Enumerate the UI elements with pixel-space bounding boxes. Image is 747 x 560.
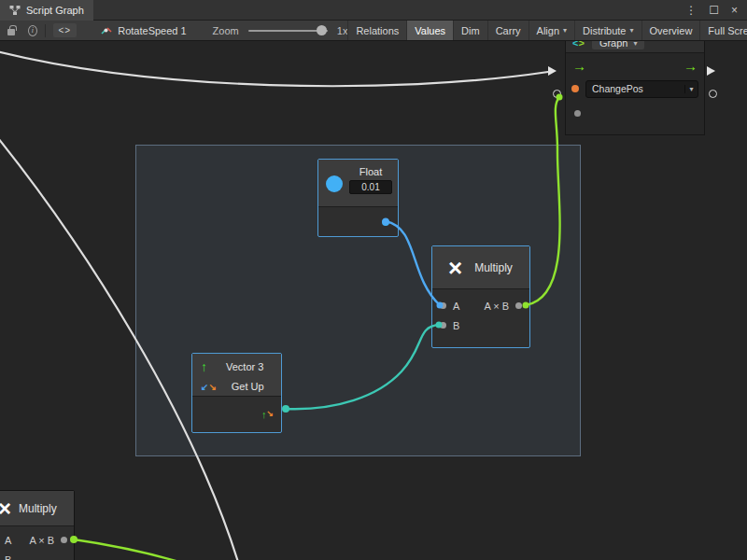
- vector3-up-icon: ↑: [201, 359, 207, 374]
- value-input-circle[interactable]: [553, 90, 561, 98]
- flow-input-triangle[interactable]: [548, 66, 557, 76]
- node-multiply[interactable]: × Multiply A A × B B: [431, 245, 530, 348]
- lock-icon[interactable]: [7, 29, 15, 35]
- graph-toolbar: i <> RotateSpeed 1 Zoom 1x Relations Val…: [0, 21, 747, 41]
- window-menu-icon[interactable]: ⋮: [685, 4, 697, 17]
- graph-asset-icon: [101, 25, 112, 36]
- node-title: Multiply: [19, 502, 57, 515]
- value-output-circle[interactable]: [709, 90, 717, 98]
- graph-breadcrumb[interactable]: RotateSpeed 1: [101, 25, 186, 36]
- input-port-a[interactable]: [440, 302, 446, 309]
- chevron-down-icon: ▾: [563, 26, 567, 35]
- node-title: Vector 3: [226, 361, 263, 372]
- graph-name: RotateSpeed 1: [118, 25, 186, 36]
- relations-button[interactable]: Relations: [347, 21, 406, 40]
- align-dropdown[interactable]: Align ▾: [529, 21, 574, 40]
- vector3-output-port[interactable]: ↑↘: [261, 409, 274, 420]
- node-title: Multiply: [474, 261, 513, 274]
- chevron-down-icon: ▾: [630, 26, 634, 35]
- value-port[interactable]: [574, 110, 581, 117]
- port-label-out: A × B: [484, 301, 509, 312]
- flow-out-icon[interactable]: →: [684, 59, 698, 73]
- dim-button[interactable]: Dim: [453, 21, 487, 40]
- port-label-out: A × B: [29, 535, 54, 546]
- edit-code-button[interactable]: <>: [53, 23, 78, 37]
- flow-output-triangle[interactable]: [707, 66, 715, 76]
- close-icon[interactable]: ×: [731, 4, 738, 17]
- port-label-a: A: [5, 535, 11, 546]
- get-variable-icon: ↙↘: [201, 381, 217, 392]
- maximize-icon[interactable]: ☐: [709, 4, 719, 17]
- node-title: Float: [359, 166, 382, 177]
- variable-port[interactable]: [571, 85, 579, 92]
- float-value-input[interactable]: 0.01: [349, 180, 392, 194]
- float-output-port[interactable]: [382, 218, 389, 226]
- info-icon[interactable]: i: [28, 25, 37, 36]
- tab-title: Script Graph: [26, 5, 84, 16]
- changepos-variable-dropdown[interactable]: ChangePos ▾: [585, 80, 698, 98]
- node-vector3-get-up[interactable]: ↑ Vector 3 ↙↘ Get Up ↑↘: [191, 353, 282, 433]
- port-label-b: B: [453, 320, 459, 331]
- graph-header-panel: <> Graph ▾ → → ChangePos ▾: [565, 33, 705, 135]
- output-port[interactable]: [61, 537, 67, 543]
- toolbar-divider: [45, 24, 46, 37]
- toolbar-buttons: Relations Values Dim Carry Align ▾ Distr…: [347, 21, 747, 40]
- input-port-b[interactable]: [440, 322, 446, 329]
- node-float[interactable]: Float 0.01: [317, 159, 399, 237]
- node-multiply-partial[interactable]: × Multiply A A × B B: [0, 490, 75, 560]
- chevron-down-icon: ▾: [684, 85, 698, 93]
- multiply-icon: ×: [448, 256, 462, 280]
- window-titlebar: Script Graph ⋮ ☐ ×: [0, 0, 747, 21]
- zoom-value: 1x: [337, 25, 348, 36]
- fullscreen-button[interactable]: Full Screen: [699, 21, 747, 40]
- script-graph-icon: [9, 5, 21, 16]
- flow-in-icon[interactable]: →: [572, 59, 586, 73]
- tab-script-graph[interactable]: Script Graph: [0, 0, 93, 21]
- distribute-dropdown[interactable]: Distribute ▾: [574, 21, 641, 40]
- float-type-icon: [326, 175, 343, 192]
- zoom-slider-handle[interactable]: [317, 25, 327, 35]
- port-label-a: A: [453, 301, 459, 312]
- multiply-icon: ×: [0, 497, 11, 520]
- carry-button[interactable]: Carry: [487, 21, 529, 40]
- zoom-label: Zoom: [213, 25, 239, 36]
- zoom-slider[interactable]: [248, 30, 328, 32]
- values-button[interactable]: Values: [406, 21, 453, 40]
- overview-button[interactable]: Overview: [641, 21, 700, 40]
- node-subtitle: Get Up: [232, 381, 264, 392]
- port-label-b: B: [5, 554, 11, 560]
- output-port[interactable]: [515, 302, 522, 309]
